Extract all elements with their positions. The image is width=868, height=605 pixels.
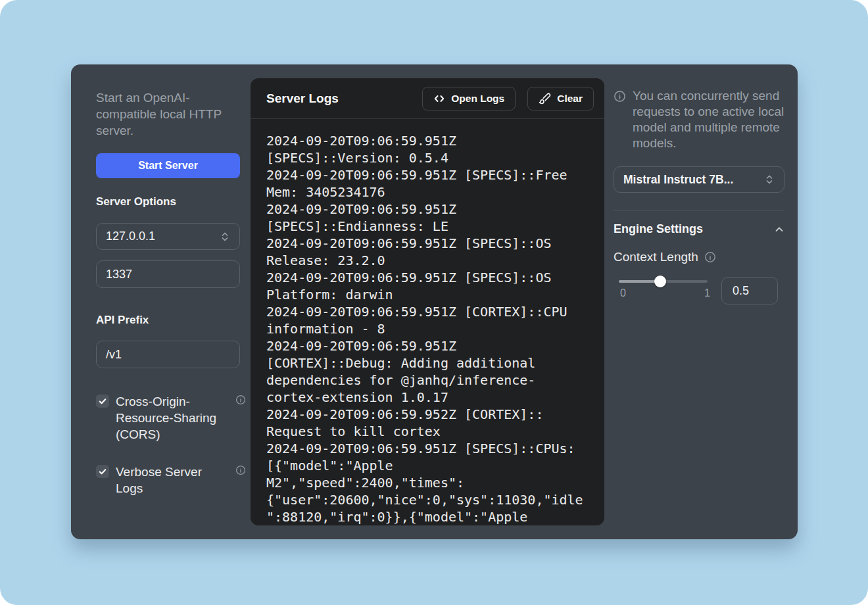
paintbrush-icon [539, 92, 551, 105]
server-description: Start an OpenAI-compatible local HTTP se… [96, 89, 247, 139]
server-logs-panel: Server Logs Open Logs [251, 78, 604, 525]
server-logs-output[interactable]: 2024-09-20T09:06:59.951Z [SPECS]::Versio… [251, 119, 604, 525]
concurrent-models-note: You can concurrently send requests to on… [614, 88, 788, 151]
model-select[interactable]: Mistral Instruct 7B... [614, 166, 784, 193]
app-window: Start an OpenAI-compatible local HTTP se… [0, 0, 868, 605]
clear-logs-button-label: Clear [557, 93, 583, 105]
model-select-value: Mistral Instruct 7B... [623, 173, 733, 187]
host-select-value: 127.0.0.1 [106, 230, 155, 243]
context-length-value: 0.5 [733, 284, 749, 298]
info-circle-icon[interactable] [235, 395, 246, 405]
open-logs-button[interactable]: Open Logs [422, 87, 516, 110]
server-logs-title: Server Logs [266, 91, 422, 106]
chevron-up-icon[interactable] [774, 224, 784, 235]
open-logs-button-label: Open Logs [451, 93, 504, 105]
host-select[interactable]: 127.0.0.1 [96, 223, 240, 250]
port-input-value: 1337 [106, 268, 132, 281]
engine-settings-title: Engine Settings [614, 222, 703, 236]
server-options-heading: Server Options [96, 195, 176, 208]
code-icon [433, 93, 445, 105]
api-prefix-input[interactable]: /v1 [96, 341, 240, 368]
log-entry: 2024-09-20T09:06:59.951Z [SPECS]::OS Rel… [266, 235, 586, 269]
info-circle-icon [614, 90, 626, 151]
log-entry: 2024-09-20T09:06:59.951Z [SPECS]::Free M… [266, 166, 586, 201]
context-length-row: Context Length [614, 250, 716, 264]
context-length-slider[interactable] [619, 280, 708, 283]
chevron-up-down-icon [764, 174, 775, 185]
verbose-logs-option-row: Verbose Server Logs [96, 464, 246, 496]
log-entry: 2024-09-20T09:06:59.951Z [SPECS]::Versio… [266, 132, 586, 166]
log-entry: 2024-09-20T09:06:59.951Z [CORTEX]::Debug… [266, 337, 586, 406]
info-circle-icon[interactable] [235, 465, 246, 475]
log-entry: 2024-09-20T09:06:59.951Z [SPECS]::OS Pla… [266, 269, 586, 303]
clear-logs-button[interactable]: Clear [527, 87, 594, 110]
cors-label: Cross-Origin-Resource-Sharing (CORS) [116, 393, 225, 443]
api-prefix-input-value: /v1 [106, 348, 122, 362]
right-column-divider [614, 210, 784, 211]
server-logs-header: Server Logs Open Logs [251, 78, 604, 119]
cors-checkbox[interactable] [96, 395, 109, 408]
log-entry: 2024-09-20T09:06:59.952Z [CORTEX]:: Requ… [266, 406, 586, 440]
info-circle-icon[interactable] [704, 251, 716, 263]
slider-max-label: 1 [704, 287, 710, 299]
start-server-button[interactable]: Start Server [96, 153, 240, 178]
local-server-panel: Start an OpenAI-compatible local HTTP se… [71, 64, 798, 539]
concurrent-models-note-text: You can concurrently send requests to on… [633, 88, 786, 151]
context-length-value-input[interactable]: 0.5 [721, 277, 778, 304]
verbose-logs-label: Verbose Server Logs [116, 464, 225, 496]
cors-option-row: Cross-Origin-Resource-Sharing (CORS) [96, 393, 246, 443]
context-length-label: Context Length [614, 250, 698, 264]
log-entry: 2024-09-20T09:06:59.951Z [SPECS]::Endian… [266, 201, 586, 235]
checkmark-icon [98, 467, 107, 476]
api-prefix-heading: API Prefix [96, 314, 149, 327]
chevron-up-down-icon [220, 231, 230, 242]
log-entry: 2024-09-20T09:06:59.951Z [CORTEX]::CPU i… [266, 303, 586, 337]
log-entry: 2024-09-20T09:06:59.951Z [SPECS]::CPUs: … [266, 440, 586, 525]
context-length-slider-thumb[interactable] [654, 276, 666, 287]
slider-min-label: 0 [620, 287, 626, 299]
port-input[interactable]: 1337 [96, 260, 240, 288]
checkmark-icon [98, 397, 107, 406]
engine-settings-header[interactable]: Engine Settings [614, 222, 784, 236]
verbose-logs-checkbox[interactable] [96, 465, 109, 478]
